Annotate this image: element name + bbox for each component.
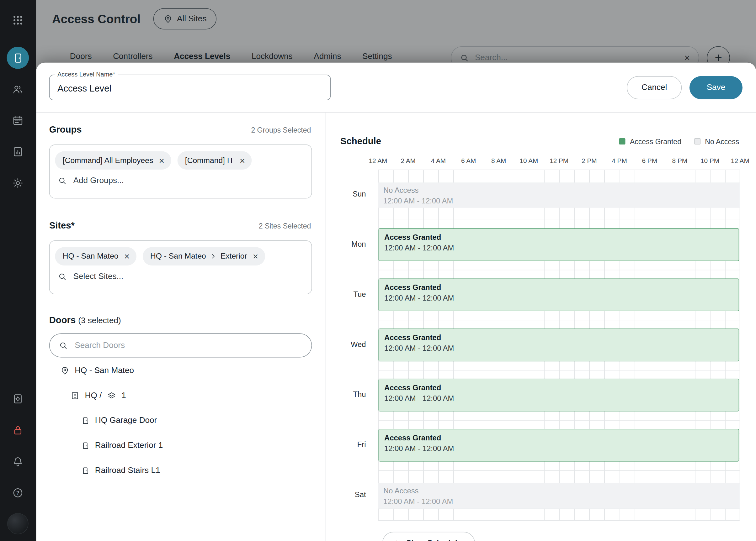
calendar-icon[interactable] bbox=[7, 110, 29, 131]
door-tree-site[interactable]: HQ - San Mateo bbox=[60, 362, 134, 379]
cancel-button[interactable]: Cancel bbox=[627, 76, 682, 99]
groups-picker: [Command] All Employees × [Command] IT ×… bbox=[49, 145, 312, 199]
band-time: 12:00 AM - 12:00 AM bbox=[384, 344, 739, 353]
day-label: Tue bbox=[322, 290, 366, 300]
band-status: Access Granted bbox=[384, 383, 739, 392]
apps-grid-icon[interactable] bbox=[7, 10, 29, 31]
door-icon bbox=[81, 416, 90, 425]
door-tree-item[interactable]: Railroad Exterior 1 bbox=[81, 438, 163, 454]
access-granted-legend-label: Access Granted bbox=[630, 137, 681, 146]
sites-title: Sites* bbox=[49, 220, 75, 231]
schedule-row-fri[interactable]: Access Granted 12:00 AM - 12:00 AM bbox=[378, 421, 740, 471]
door-tree-building[interactable]: HQ / 1 bbox=[70, 387, 126, 404]
help-icon[interactable]: ? bbox=[7, 482, 29, 504]
band-time: 12:00 AM - 12:00 AM bbox=[384, 444, 739, 453]
people-icon[interactable] bbox=[7, 79, 29, 100]
account-avatar[interactable] bbox=[7, 513, 29, 534]
no-access-band[interactable]: No Access 12:00 AM - 12:00 AM bbox=[378, 183, 740, 208]
access-control-icon[interactable] bbox=[7, 47, 29, 69]
schedule-row-mon[interactable]: Access Granted 12:00 AM - 12:00 AM bbox=[378, 220, 740, 270]
group-chip-label: [Command] IT bbox=[185, 156, 234, 165]
remove-site-icon[interactable]: × bbox=[122, 252, 131, 261]
door-search-input[interactable] bbox=[75, 341, 302, 350]
groups-chip-row: [Command] All Employees × [Command] IT × bbox=[55, 151, 306, 170]
remove-site-icon[interactable]: × bbox=[251, 252, 260, 261]
reports-icon[interactable] bbox=[7, 141, 29, 162]
device-settings-icon[interactable] bbox=[7, 388, 29, 410]
remove-group-icon[interactable]: × bbox=[238, 156, 247, 165]
save-button[interactable]: Save bbox=[689, 76, 743, 99]
access-granted-band[interactable]: Access Granted 12:00 AM - 12:00 AM bbox=[379, 328, 739, 361]
band-status: Access Granted bbox=[384, 283, 739, 292]
schedule-legend: Access Granted No Access bbox=[619, 137, 739, 146]
day-label: Sat bbox=[322, 491, 366, 500]
schedule-row-sat[interactable]: No Access 12:00 AM - 12:00 AM bbox=[378, 471, 740, 521]
band-time: 12:00 AM - 12:00 AM bbox=[384, 244, 739, 253]
clear-schedule-label: Clear Schedule bbox=[406, 538, 462, 541]
site-chip: HQ - San Mateo Exterior × bbox=[143, 247, 265, 265]
band-status: Access Granted bbox=[384, 333, 739, 342]
site-chip-label: HQ - San Mateo bbox=[150, 252, 206, 261]
doors-selected-count: (3 selected) bbox=[78, 316, 121, 325]
tree-site-label: HQ - San Mateo bbox=[75, 366, 134, 375]
svg-text:?: ? bbox=[16, 490, 19, 496]
remove-group-icon[interactable]: × bbox=[157, 156, 166, 165]
lockdown-icon[interactable] bbox=[7, 420, 29, 441]
access-granted-band[interactable]: Access Granted 12:00 AM - 12:00 AM bbox=[379, 379, 739, 411]
group-chip: [Command] IT × bbox=[177, 151, 252, 170]
door-label: Railroad Exterior 1 bbox=[95, 441, 163, 450]
access-granted-band[interactable]: Access Granted 12:00 AM - 12:00 AM bbox=[379, 429, 739, 462]
doors-title: Doors bbox=[49, 315, 76, 325]
schedule-grid[interactable]: No Access 12:00 AM - 12:00 AM Access Gra… bbox=[378, 170, 740, 520]
band-status: Access Granted bbox=[384, 233, 739, 242]
floor-layers-icon bbox=[107, 391, 116, 400]
header-divider bbox=[36, 112, 756, 113]
groups-selected-count: 2 Groups Selected bbox=[251, 126, 311, 134]
clear-schedule-button[interactable]: × Clear Schedule bbox=[382, 532, 475, 541]
band-time: 12:00 AM - 12:00 AM bbox=[383, 497, 740, 506]
select-sites-field[interactable]: Select Sites... bbox=[55, 272, 306, 281]
select-sites-placeholder: Select Sites... bbox=[73, 272, 124, 281]
door-icon bbox=[81, 441, 90, 450]
groups-section-header: Groups 2 Groups Selected bbox=[49, 125, 311, 135]
door-tree-item[interactable]: Railroad Stairs L1 bbox=[81, 463, 160, 479]
schedule-row-thu[interactable]: Access Granted 12:00 AM - 12:00 AM bbox=[378, 370, 740, 421]
day-label: Mon bbox=[322, 240, 366, 250]
settings-gear-icon[interactable] bbox=[7, 172, 29, 194]
search-icon bbox=[58, 176, 67, 185]
groups-title: Groups bbox=[49, 125, 82, 135]
sites-section-header: Sites* 2 Sites Selected bbox=[49, 220, 311, 231]
band-status: No Access bbox=[383, 186, 740, 195]
band-time: 12:00 AM - 12:00 AM bbox=[384, 394, 739, 403]
tree-building-label: HQ / bbox=[85, 390, 102, 400]
time-tick: 12 AM bbox=[721, 157, 756, 164]
add-groups-field[interactable]: Add Groups... bbox=[55, 176, 306, 186]
schedule-row-tue[interactable]: Access Granted 12:00 AM - 12:00 AM bbox=[378, 270, 740, 320]
band-time: 12:00 AM - 12:00 AM bbox=[383, 197, 740, 205]
no-access-band[interactable]: No Access 12:00 AM - 12:00 AM bbox=[378, 483, 740, 508]
access-granted-band[interactable]: Access Granted 12:00 AM - 12:00 AM bbox=[379, 278, 739, 311]
clear-icon: × bbox=[396, 538, 401, 541]
band-status: Access Granted bbox=[384, 433, 739, 442]
door-tree-item[interactable]: HQ Garage Door bbox=[81, 412, 157, 429]
access-granted-band[interactable]: Access Granted 12:00 AM - 12:00 AM bbox=[379, 229, 739, 262]
building-icon bbox=[70, 391, 79, 400]
doors-section-header: Doors (3 selected) bbox=[49, 315, 121, 326]
pane-divider bbox=[325, 112, 326, 541]
access-level-editor-modal: Access Level Name* Cancel Save Groups 2 … bbox=[36, 63, 756, 541]
tree-floor-label: 1 bbox=[121, 390, 126, 400]
day-label: Fri bbox=[322, 440, 366, 450]
access-level-name-input[interactable] bbox=[50, 75, 330, 100]
no-access-legend-swatch bbox=[694, 138, 700, 145]
search-icon bbox=[59, 341, 68, 350]
band-time: 12:00 AM - 12:00 AM bbox=[384, 294, 739, 303]
site-chip: HQ - San Mateo × bbox=[55, 247, 136, 265]
band-status: No Access bbox=[383, 486, 740, 495]
schedule-row-wed[interactable]: Access Granted 12:00 AM - 12:00 AM bbox=[378, 320, 740, 370]
app-sidebar: ? bbox=[0, 0, 36, 541]
chevron-right-icon bbox=[210, 253, 217, 260]
door-icon bbox=[81, 466, 90, 475]
sites-picker: HQ - San Mateo × HQ - San Mateo Exterior… bbox=[49, 241, 312, 294]
notifications-bell-icon[interactable] bbox=[7, 451, 29, 472]
schedule-row-sun[interactable]: No Access 12:00 AM - 12:00 AM bbox=[378, 170, 740, 220]
